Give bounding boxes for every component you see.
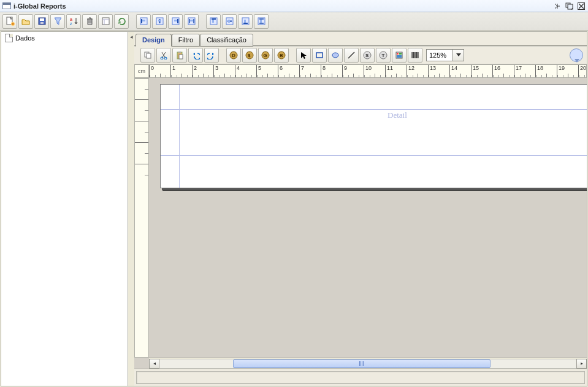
svg-rect-7 (40, 22, 44, 24)
collapse-left-icon: ◂ (130, 34, 133, 39)
svg-rect-6 (40, 18, 44, 21)
svg-text:z: z (70, 21, 72, 26)
report-page[interactable]: Detail (160, 84, 587, 188)
tabs: Design Filtro Classificação (134, 32, 587, 46)
titlebar: i-Global Reports (0, 0, 588, 12)
horizontal-scrollbar[interactable]: ◂ ▸ (149, 358, 587, 369)
status-well (136, 371, 585, 384)
splitter[interactable]: ◂ (128, 32, 134, 386)
undo-button[interactable] (188, 48, 203, 63)
open-button[interactable] (18, 14, 33, 29)
sort-button[interactable]: az (66, 14, 81, 29)
svg-rect-22 (228, 20, 230, 23)
barcode-tool-button[interactable] (408, 48, 422, 63)
design-canvas[interactable]: Detail (149, 78, 587, 358)
tab-label: Classificação (207, 36, 246, 44)
align-middle-button[interactable] (222, 14, 237, 29)
field-currency-button[interactable]: $ (242, 48, 257, 63)
refresh-button[interactable] (114, 14, 129, 29)
tab-filtro[interactable]: Filtro (172, 34, 200, 47)
delete-button[interactable] (82, 14, 97, 29)
filter-button[interactable] (50, 14, 65, 29)
app-icon (2, 2, 11, 9)
tab-label: Design (142, 36, 165, 44)
sidebar: Dados (1, 32, 128, 386)
svg-rect-42 (316, 53, 323, 58)
image-tool-button[interactable] (392, 48, 407, 63)
svg-rect-10 (102, 18, 109, 25)
svg-rect-33 (179, 55, 183, 59)
align-bottom-button[interactable] (238, 14, 253, 29)
pointer-tool-button[interactable] (296, 48, 311, 63)
svg-text:B: B (280, 53, 283, 58)
design-toolbar: D $ G B S T (134, 46, 587, 64)
align-right-button[interactable] (168, 14, 183, 29)
svg-text:a: a (70, 17, 72, 21)
svg-text:$: $ (248, 53, 251, 58)
tab-classificacao[interactable]: Classificação (200, 34, 253, 47)
properties-button[interactable] (98, 14, 113, 29)
design-canvas-area: cm 01234567891011121314151617181920 (134, 64, 587, 369)
text-tool-button[interactable]: T (376, 48, 391, 63)
zoom-combo[interactable] (426, 49, 464, 61)
string-tool-button[interactable]: S (360, 48, 375, 63)
paste-button[interactable] (172, 48, 187, 63)
chevron-down-icon (456, 53, 461, 57)
svg-text:S: S (365, 53, 369, 58)
svg-text:D: D (232, 53, 235, 58)
cut-button[interactable] (156, 48, 171, 63)
tree-item-label: Dados (15, 34, 35, 42)
zoom-input[interactable] (427, 50, 452, 61)
align-top-button[interactable] (206, 14, 221, 29)
minimize-button[interactable] (552, 1, 563, 10)
field-date-button[interactable]: D (226, 48, 241, 63)
ellipse-tool-button[interactable] (328, 48, 343, 63)
svg-text:G: G (264, 53, 267, 58)
detail-band-label: Detail (388, 110, 407, 120)
align-center-button[interactable] (152, 14, 167, 29)
window-title: i-Global Reports (13, 2, 66, 10)
new-report-button[interactable] (2, 14, 17, 29)
svg-rect-26 (260, 20, 262, 23)
maximize-button[interactable] (564, 1, 575, 10)
align-left-button[interactable] (136, 14, 151, 29)
tab-label: Filtro (178, 36, 193, 44)
svg-text:T: T (382, 53, 385, 58)
field-boolean-button[interactable]: B (274, 48, 289, 63)
document-icon (5, 34, 13, 42)
svg-rect-20 (212, 20, 214, 23)
vertical-ruler[interactable] (134, 78, 149, 358)
distribute-button[interactable] (254, 14, 269, 29)
ruler-unit-label: cm (134, 64, 149, 78)
align-justify-button[interactable] (184, 14, 199, 29)
zoom-dropdown-button[interactable] (452, 50, 464, 61)
rectangle-tool-button[interactable] (312, 48, 327, 63)
scroll-right-button[interactable]: ▸ (576, 359, 587, 369)
help-balloon-button[interactable] (570, 48, 583, 62)
svg-rect-18 (190, 20, 193, 21)
svg-rect-51 (397, 55, 402, 58)
close-button[interactable] (576, 1, 587, 10)
status-bar (134, 369, 587, 386)
copy-button[interactable] (140, 48, 155, 63)
redo-button[interactable] (204, 48, 219, 63)
svg-rect-16 (174, 20, 177, 21)
svg-rect-12 (142, 20, 145, 21)
svg-rect-50 (399, 53, 402, 55)
main-toolbar: az (0, 12, 588, 31)
tree-item-dados[interactable]: Dados (4, 33, 125, 43)
svg-rect-14 (158, 20, 161, 21)
field-general-button[interactable]: G (258, 48, 273, 63)
save-button[interactable] (34, 14, 49, 29)
svg-rect-28 (147, 53, 151, 58)
svg-rect-24 (244, 20, 246, 23)
svg-rect-49 (397, 53, 399, 55)
horizontal-ruler[interactable]: 01234567891011121314151617181920 (149, 64, 587, 78)
tab-design[interactable]: Design (136, 34, 172, 47)
scroll-left-button[interactable]: ◂ (149, 359, 159, 369)
scroll-thumb[interactable] (233, 359, 491, 368)
svg-rect-32 (178, 52, 181, 53)
line-tool-button[interactable] (344, 48, 359, 63)
svg-point-43 (332, 53, 338, 58)
